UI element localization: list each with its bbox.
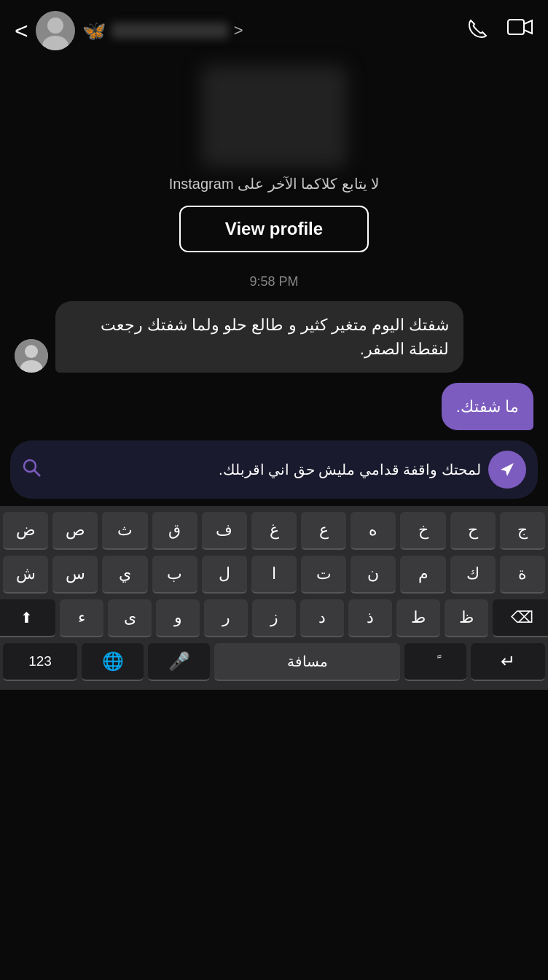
message-row: ما شفتك. — [15, 383, 533, 430]
key-ى[interactable]: ى — [108, 599, 152, 637]
key-ع[interactable]: ع — [301, 512, 346, 550]
key-ط[interactable]: ط — [396, 599, 440, 637]
key-ب[interactable]: ب — [152, 556, 197, 594]
key-و[interactable]: و — [156, 599, 200, 637]
key-ك[interactable]: ك — [450, 556, 496, 594]
key-خ[interactable]: خ — [400, 512, 445, 550]
key-numbers[interactable]: 123 — [3, 643, 77, 681]
key-ج[interactable]: ج — [500, 512, 545, 550]
no-follow-notice: لا يتابع كلاكما الآخر على Instagram — [0, 175, 548, 206]
sent-message-bubble: ما شفتك. — [442, 383, 533, 430]
svg-line-8 — [34, 470, 40, 476]
key-ص[interactable]: ص — [52, 512, 98, 550]
keyboard-row-4: 123 🌐 🎤 مسافة ً ↵ — [3, 643, 545, 681]
key-ظ[interactable]: ظ — [445, 599, 488, 637]
key-ف[interactable]: ف — [202, 512, 247, 550]
key-م[interactable]: م — [400, 556, 445, 594]
svg-rect-3 — [508, 20, 524, 34]
butterfly-emoji: 🦋 — [82, 20, 106, 42]
header-action-icons — [466, 17, 533, 45]
chevron-right-icon: > — [234, 21, 243, 40]
chat-messages: شفتك اليوم متغير كثير و طالع حلو ولما شف… — [0, 301, 548, 430]
key-ض[interactable]: ض — [3, 512, 48, 550]
contact-name-blurred — [111, 23, 228, 39]
key-ق[interactable]: ق — [152, 512, 197, 550]
key-ي[interactable]: ي — [102, 556, 147, 594]
key-ح[interactable]: ح — [450, 512, 496, 550]
view-profile-button[interactable]: View profile — [179, 206, 369, 252]
avatar[interactable] — [36, 11, 75, 50]
contact-name-area[interactable]: 🦋 > — [82, 20, 466, 42]
message-timestamp: 9:58 PM — [0, 274, 548, 289]
message-input-area: لمحتك واقفة قدامي مليش حق اني اقربلك. — [10, 440, 538, 499]
key-غ[interactable]: غ — [251, 512, 297, 550]
key-ل[interactable]: ل — [202, 556, 247, 594]
key-ز[interactable]: ز — [252, 599, 296, 637]
svg-point-5 — [25, 345, 38, 358]
keyboard-row-3: ⬆ ء ى و ر ز د ذ ط ظ ⌫ — [3, 599, 545, 637]
keyboard: ض ص ث ق ف غ ع ه خ ح ج ش س ي ب ل ا ت ن م … — [0, 506, 548, 690]
key-د[interactable]: د — [300, 599, 344, 637]
key-ا[interactable]: ا — [251, 556, 297, 594]
key-mic[interactable]: 🎤 — [148, 643, 210, 681]
key-shift[interactable]: ⬆ — [0, 599, 55, 637]
key-ة[interactable]: ة — [500, 556, 545, 594]
message-row: شفتك اليوم متغير كثير و طالع حلو ولما شف… — [15, 301, 533, 373]
svg-point-1 — [47, 18, 63, 34]
sender-avatar — [15, 339, 48, 373]
message-input-text[interactable]: لمحتك واقفة قدامي مليش حق اني اقربلك. — [48, 461, 481, 478]
key-ن[interactable]: ن — [351, 556, 396, 594]
key-ر[interactable]: ر — [204, 599, 248, 637]
keyboard-row-2: ش س ي ب ل ا ت ن م ك ة — [3, 556, 545, 594]
key-ه[interactable]: ه — [351, 512, 396, 550]
back-button[interactable]: < — [15, 18, 28, 44]
key-ت[interactable]: ت — [301, 556, 346, 594]
key-backspace[interactable]: ⌫ — [493, 599, 548, 637]
received-message-bubble: شفتك اليوم متغير كثير و طالع حلو ولما شف… — [55, 301, 463, 373]
send-button[interactable] — [488, 451, 526, 489]
call-icon[interactable] — [466, 17, 490, 45]
key-space[interactable]: مسافة — [214, 643, 400, 681]
key-diacritic[interactable]: ً — [404, 643, 466, 681]
blurred-profile-image — [201, 66, 347, 168]
keyboard-row-1: ض ص ث ق ف غ ع ه خ ح ج — [3, 512, 545, 550]
key-return[interactable]: ↵ — [471, 643, 545, 681]
video-call-icon[interactable] — [507, 17, 533, 45]
key-س[interactable]: س — [52, 556, 98, 594]
profile-blur-area — [0, 58, 548, 175]
svg-point-7 — [24, 460, 36, 472]
key-ث[interactable]: ث — [102, 512, 147, 550]
key-ذ[interactable]: ذ — [348, 599, 392, 637]
search-icon — [22, 458, 41, 482]
key-ء[interactable]: ء — [60, 599, 103, 637]
chat-header: < 🦋 > — [0, 0, 548, 58]
key-ش[interactable]: ش — [3, 556, 48, 594]
key-globe[interactable]: 🌐 — [82, 643, 144, 681]
